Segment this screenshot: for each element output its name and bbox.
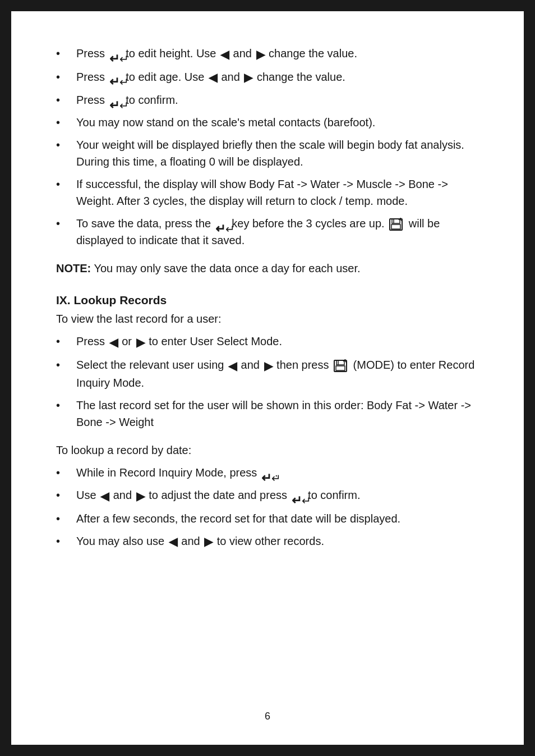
section-ix: IX. Lookup Records To view the last reco…: [56, 294, 479, 550]
right-icon-1: ▶: [256, 46, 265, 63]
bullet-dot-3: •: [56, 91, 70, 108]
bullet-item-4: • You may now stand on the scale's metal…: [56, 114, 479, 131]
date-bullet-1: • While in Record Inquiry Mode, press ↵.: [56, 464, 479, 481]
view-bullet-3: • The last record set for the user will …: [56, 397, 479, 430]
right-icon-d4: ▶: [204, 533, 213, 550]
left-icon-1: ◀: [220, 46, 229, 63]
view-content-1: Press ◀ or ▶ to enter User Select Mode.: [76, 333, 479, 351]
view-bullet-2: • Select the relevant user using ◀ and ▶…: [56, 356, 479, 391]
left-icon-v2: ◀: [228, 358, 237, 374]
left-icon-d2: ◀: [100, 488, 109, 505]
section-intro-2: To lookup a record by date:: [56, 442, 479, 459]
svg-rect-2: [391, 224, 400, 229]
save-icon-2: [333, 359, 349, 373]
date-bullet-3: • After a few seconds, the record set fo…: [56, 510, 479, 527]
view-dot-2: •: [56, 356, 70, 373]
right-icon-2: ▶: [244, 69, 252, 86]
bullet-content-2: Press ↵ to edit age. Use ◀ and ▶ change …: [76, 68, 479, 86]
date-content-3: After a few seconds, the record set for …: [76, 510, 479, 527]
enter-icon-d2: ↵: [292, 491, 304, 501]
left-icon-v1: ◀: [109, 334, 118, 351]
bullet-item-6: • If successful, the display will show B…: [56, 176, 479, 209]
date-bullet-2: • Use ◀ and ▶ to adjust the date and pre…: [56, 487, 479, 505]
date-dot-1: •: [56, 464, 70, 481]
page-number: 6: [11, 711, 524, 722]
bullet-item-3: • Press ↵ to confirm.: [56, 91, 479, 108]
bullet-item-5: • Your weight will be displayed briefly …: [56, 136, 479, 170]
view-content-2: Select the relevant user using ◀ and ▶ t…: [76, 356, 479, 391]
bullet-content-1: Press ↵ to edit height. Use ◀ and ▶ chan…: [76, 45, 479, 63]
date-bullet-list: • While in Record Inquiry Mode, press ↵.…: [56, 464, 479, 550]
section-title: IX. Lookup Records: [56, 294, 479, 307]
right-icon-v1: ▶: [136, 334, 145, 351]
right-icon-d2: ▶: [136, 488, 145, 505]
top-bullet-list: • Press ↵ to edit height. Use ◀ and ▶ ch…: [56, 45, 479, 249]
bullet-dot-5: •: [56, 136, 70, 153]
page: • Press ↵ to edit height. Use ◀ and ▶ ch…: [11, 11, 524, 745]
bullet-item-7: • To save the data, press the ↵ key befo…: [56, 215, 479, 249]
enter-icon-2: ↵: [109, 72, 122, 83]
enter-icon-1: ↵: [109, 49, 122, 59]
date-dot-3: •: [56, 510, 70, 527]
note-label: NOTE:: [56, 262, 91, 274]
bullet-dot-6: •: [56, 176, 70, 193]
date-content-1: While in Record Inquiry Mode, press ↵.: [76, 464, 479, 481]
enter-icon-3: ↵: [109, 96, 122, 106]
date-dot-2: •: [56, 487, 70, 503]
date-dot-4: •: [56, 533, 70, 549]
bullet-content-4: You may now stand on the scale's metal c…: [76, 114, 479, 131]
view-dot-1: •: [56, 333, 70, 350]
date-content-4: You may also use ◀ and ▶ to view other r…: [76, 533, 479, 551]
bullet-content-6: If successful, the display will show Bod…: [76, 176, 479, 209]
date-bullet-4: • You may also use ◀ and ▶ to view other…: [56, 533, 479, 551]
bullet-dot-1: •: [56, 45, 70, 62]
svg-rect-8: [336, 366, 345, 370]
bullet-content-3: Press ↵ to confirm.: [76, 91, 479, 108]
left-icon-2: ◀: [209, 69, 217, 86]
view-dot-3: •: [56, 397, 70, 414]
left-icon-d4: ◀: [169, 533, 177, 550]
note-paragraph: NOTE: You may only save the data once a …: [56, 260, 479, 277]
bullet-content-7: To save the data, press the ↵ key before…: [76, 215, 479, 249]
section-intro-1: To view the last record for a user:: [56, 310, 479, 327]
enter-icon-4: ↵: [215, 219, 228, 230]
bullet-dot-4: •: [56, 114, 70, 131]
bullet-dot-7: •: [56, 215, 70, 232]
bullet-content-5: Your weight will be displayed briefly th…: [76, 136, 479, 170]
enter-icon-d1: ↵: [261, 469, 274, 479]
view-bullet-1: • Press ◀ or ▶ to enter User Select Mode…: [56, 333, 479, 351]
bullet-dot-2: •: [56, 68, 70, 85]
bullet-item-1: • Press ↵ to edit height. Use ◀ and ▶ ch…: [56, 45, 479, 63]
save-icon-1: [389, 218, 404, 231]
right-icon-v2: ▶: [264, 358, 273, 374]
view-bullet-list: • Press ◀ or ▶ to enter User Select Mode…: [56, 333, 479, 430]
view-content-3: The last record set for the user will be…: [76, 397, 479, 430]
note-text: You may only save the data once a day fo…: [91, 262, 360, 274]
bullet-item-2: • Press ↵ to edit age. Use ◀ and ▶ chang…: [56, 68, 479, 86]
date-content-2: Use ◀ and ▶ to adjust the date and press…: [76, 487, 479, 505]
